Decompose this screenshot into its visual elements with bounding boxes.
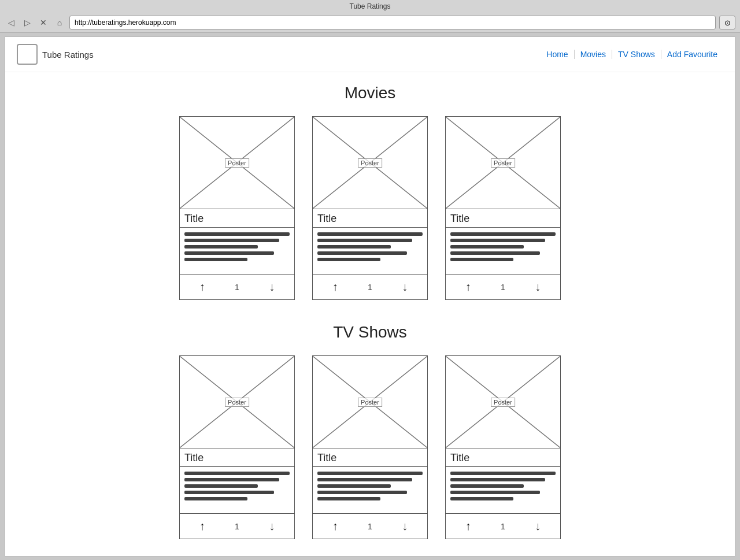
- movie-card-2-poster-label: Poster: [491, 158, 515, 168]
- search-button[interactable]: ⊙: [719, 16, 735, 29]
- movie-card-2-poster: Poster: [446, 117, 560, 209]
- page-area: Tube Ratings Home Movies TV Shows Add Fa…: [5, 36, 735, 557]
- tvshow-card-2-vote-count: 1: [501, 522, 505, 531]
- tvshow-card-0-poster-label: Poster: [225, 398, 249, 407]
- movie-card-0-vote-count: 1: [235, 283, 239, 292]
- movie-card-0-poster-label: Poster: [225, 158, 249, 168]
- tvshow-card-2-title: Title: [446, 448, 560, 467]
- movie-card-1-downvote-button[interactable]: ↓: [402, 280, 408, 294]
- tvshow-card-0-title: Title: [180, 448, 294, 467]
- tvshow-card-1-description: [313, 467, 427, 513]
- home-button[interactable]: ⌂: [53, 16, 66, 29]
- movie-card-1-title: Title: [313, 209, 427, 228]
- tvshow-card-2-downvote-button[interactable]: ↓: [535, 520, 541, 533]
- nav-movies[interactable]: Movies: [575, 50, 612, 59]
- movie-card-0-downvote-button[interactable]: ↓: [269, 280, 275, 294]
- nav-tv-shows[interactable]: TV Shows: [612, 50, 661, 59]
- movie-card-2-title: Title: [446, 209, 560, 228]
- tvshow-card-1-upvote-button[interactable]: ↑: [332, 520, 338, 533]
- tvshow-card-2-actions: ↑1↓: [446, 513, 560, 539]
- tvshow-card-0-description: [180, 467, 294, 513]
- movie-card-1-vote-count: 1: [368, 283, 372, 292]
- tvshow-card-1-vote-count: 1: [368, 522, 372, 531]
- tvshow-card-1-actions: ↑1↓: [313, 513, 427, 539]
- movie-card-2-description: [446, 228, 560, 274]
- address-bar[interactable]: [69, 16, 716, 29]
- browser-toolbar: ◁ ▷ ✕ ⌂ ⊙: [0, 13, 740, 32]
- tvshow-card-2-poster-label: Poster: [491, 398, 515, 407]
- movie-card-1-upvote-button[interactable]: ↑: [332, 280, 338, 294]
- tvshow-card-1-title: Title: [313, 448, 427, 467]
- logo-icon: [17, 44, 38, 65]
- movie-card-0-actions: ↑1↓: [180, 274, 294, 299]
- movie-card-0-poster: Poster: [180, 117, 294, 209]
- movie-card-1-poster-label: Poster: [358, 158, 382, 168]
- tvshow-card-1-poster: Poster: [313, 356, 427, 448]
- forward-button[interactable]: ▷: [21, 16, 34, 29]
- logo-text: Tube Ratings: [42, 50, 94, 60]
- movie-card-2-downvote-button[interactable]: ↓: [535, 280, 541, 294]
- movie-card-1-description: [313, 228, 427, 274]
- tvshow-card-0-downvote-button[interactable]: ↓: [269, 520, 275, 533]
- movie-card-2-actions: ↑1↓: [446, 274, 560, 299]
- movie-card-0-upvote-button[interactable]: ↑: [199, 280, 205, 294]
- tvshow-card-2-upvote-button[interactable]: ↑: [465, 520, 471, 533]
- site-logo: Tube Ratings: [17, 44, 94, 65]
- tvshow-card-1: PosterTitle↑1↓: [312, 355, 428, 539]
- movie-card-1: PosterTitle↑1↓: [312, 116, 428, 300]
- tvshow-card-0: PosterTitle↑1↓: [179, 355, 295, 539]
- tvshow-card-2-poster: Poster: [446, 356, 560, 448]
- movie-card-0-description: [180, 228, 294, 274]
- site-header: Tube Ratings Home Movies TV Shows Add Fa…: [5, 37, 735, 72]
- movie-card-2: PosterTitle↑1↓: [445, 116, 561, 300]
- tvshow-card-0-upvote-button[interactable]: ↑: [199, 520, 205, 533]
- movies-section-title: Movies: [28, 84, 712, 102]
- tvshow-card-2: PosterTitle↑1↓: [445, 355, 561, 539]
- browser-chrome: Tube Ratings ◁ ▷ ✕ ⌂ ⊙: [0, 0, 740, 33]
- nav-add-favourite[interactable]: Add Favourite: [661, 50, 723, 59]
- tvshow-card-1-poster-label: Poster: [358, 398, 382, 407]
- movie-card-2-upvote-button[interactable]: ↑: [465, 280, 471, 294]
- movie-card-0: PosterTitle↑1↓: [179, 116, 295, 300]
- movie-card-2-vote-count: 1: [501, 283, 505, 292]
- tvshow-card-1-downvote-button[interactable]: ↓: [402, 520, 408, 533]
- tv-shows-grid: PosterTitle↑1↓ PosterTitle↑1↓ PosterTitl…: [28, 355, 712, 539]
- site-nav: Home Movies TV Shows Add Favourite: [541, 50, 723, 59]
- tvshow-card-0-actions: ↑1↓: [180, 513, 294, 539]
- nav-home[interactable]: Home: [541, 50, 574, 59]
- back-button[interactable]: ◁: [5, 16, 17, 29]
- tvshow-card-2-description: [446, 467, 560, 513]
- tvshow-card-0-vote-count: 1: [235, 522, 239, 531]
- movies-grid: PosterTitle↑1↓ PosterTitle↑1↓ PosterTitl…: [28, 116, 712, 300]
- tvshow-card-0-poster: Poster: [180, 356, 294, 448]
- tv-shows-section-title: TV Shows: [28, 323, 712, 342]
- browser-title: Tube Ratings: [0, 0, 740, 13]
- close-button[interactable]: ✕: [37, 16, 50, 29]
- movie-card-0-title: Title: [180, 209, 294, 228]
- main-content: Movies PosterTitle↑1↓ PosterTitle↑1↓ Pos…: [5, 72, 735, 557]
- movie-card-1-actions: ↑1↓: [313, 274, 427, 299]
- movie-card-1-poster: Poster: [313, 117, 427, 209]
